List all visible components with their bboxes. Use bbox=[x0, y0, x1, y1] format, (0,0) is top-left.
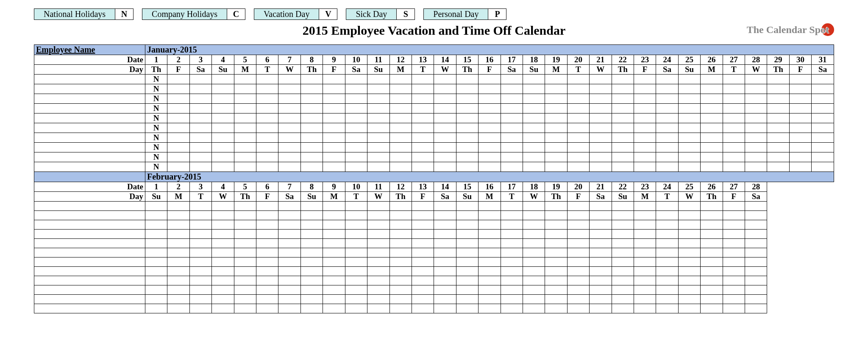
calendar-cell[interactable] bbox=[678, 257, 700, 267]
calendar-cell[interactable] bbox=[634, 257, 656, 267]
calendar-cell[interactable] bbox=[367, 276, 389, 285]
calendar-cell[interactable] bbox=[634, 285, 656, 295]
calendar-cell[interactable] bbox=[701, 304, 723, 313]
calendar-cell[interactable] bbox=[367, 94, 389, 104]
calendar-cell[interactable] bbox=[345, 211, 367, 220]
calendar-cell[interactable] bbox=[590, 202, 612, 211]
calendar-cell[interactable] bbox=[145, 248, 167, 257]
calendar-cell[interactable]: N bbox=[145, 152, 167, 162]
calendar-cell[interactable] bbox=[434, 84, 456, 94]
calendar-cell[interactable] bbox=[167, 152, 189, 162]
calendar-cell[interactable] bbox=[145, 276, 167, 285]
calendar-cell[interactable] bbox=[479, 94, 501, 104]
calendar-cell[interactable] bbox=[256, 202, 278, 211]
calendar-cell[interactable] bbox=[389, 94, 412, 104]
calendar-cell[interactable] bbox=[612, 295, 634, 304]
calendar-cell[interactable] bbox=[634, 304, 656, 313]
calendar-cell[interactable] bbox=[701, 152, 723, 162]
calendar-cell[interactable] bbox=[412, 230, 434, 239]
calendar-cell[interactable] bbox=[567, 230, 589, 239]
calendar-cell[interactable] bbox=[745, 230, 767, 239]
calendar-cell[interactable] bbox=[434, 276, 456, 285]
calendar-cell[interactable] bbox=[767, 84, 789, 94]
calendar-cell[interactable] bbox=[412, 285, 434, 295]
calendar-cell[interactable] bbox=[678, 220, 700, 230]
calendar-cell[interactable] bbox=[701, 202, 723, 211]
calendar-cell[interactable] bbox=[501, 143, 523, 152]
calendar-cell[interactable] bbox=[300, 162, 323, 172]
employee-name-cell[interactable] bbox=[34, 220, 145, 230]
calendar-cell[interactable] bbox=[323, 276, 345, 285]
calendar-cell[interactable] bbox=[701, 285, 723, 295]
calendar-cell[interactable] bbox=[545, 84, 567, 94]
calendar-cell[interactable] bbox=[323, 248, 345, 257]
calendar-cell[interactable] bbox=[256, 295, 278, 304]
calendar-cell[interactable]: N bbox=[145, 104, 167, 113]
calendar-cell[interactable] bbox=[256, 152, 278, 162]
calendar-cell[interactable] bbox=[345, 162, 367, 172]
calendar-cell[interactable] bbox=[634, 211, 656, 220]
calendar-cell[interactable] bbox=[590, 285, 612, 295]
calendar-cell[interactable] bbox=[456, 162, 478, 172]
calendar-cell[interactable] bbox=[323, 94, 345, 104]
calendar-cell[interactable] bbox=[434, 162, 456, 172]
calendar-cell[interactable] bbox=[434, 133, 456, 143]
calendar-cell[interactable] bbox=[634, 230, 656, 239]
calendar-cell[interactable] bbox=[212, 285, 234, 295]
calendar-cell[interactable] bbox=[456, 211, 478, 220]
calendar-cell[interactable] bbox=[234, 248, 256, 257]
calendar-cell[interactable] bbox=[678, 162, 700, 172]
calendar-cell[interactable] bbox=[300, 248, 323, 257]
calendar-cell[interactable] bbox=[212, 239, 234, 248]
calendar-cell[interactable] bbox=[479, 123, 501, 133]
calendar-cell[interactable] bbox=[523, 276, 545, 285]
calendar-cell[interactable] bbox=[656, 304, 678, 313]
calendar-cell[interactable] bbox=[189, 257, 211, 267]
calendar-cell[interactable] bbox=[545, 133, 567, 143]
calendar-cell[interactable] bbox=[300, 285, 323, 295]
employee-name-cell[interactable] bbox=[34, 257, 145, 267]
calendar-cell[interactable] bbox=[479, 267, 501, 276]
calendar-cell[interactable] bbox=[367, 257, 389, 267]
calendar-cell[interactable] bbox=[590, 123, 612, 133]
calendar-cell[interactable] bbox=[456, 295, 478, 304]
employee-name-cell[interactable] bbox=[34, 104, 145, 113]
calendar-cell[interactable] bbox=[412, 152, 434, 162]
calendar-cell[interactable] bbox=[501, 202, 523, 211]
calendar-cell[interactable] bbox=[590, 248, 612, 257]
calendar-cell[interactable] bbox=[789, 152, 811, 162]
calendar-cell[interactable] bbox=[256, 239, 278, 248]
calendar-cell[interactable] bbox=[634, 276, 656, 285]
calendar-cell[interactable] bbox=[479, 133, 501, 143]
calendar-cell[interactable] bbox=[590, 113, 612, 123]
calendar-cell[interactable] bbox=[189, 133, 211, 143]
calendar-cell[interactable] bbox=[167, 162, 189, 172]
calendar-cell[interactable] bbox=[656, 162, 678, 172]
calendar-cell[interactable] bbox=[212, 304, 234, 313]
calendar-cell[interactable] bbox=[434, 304, 456, 313]
calendar-cell[interactable] bbox=[456, 75, 478, 84]
calendar-cell[interactable] bbox=[167, 248, 189, 257]
calendar-cell[interactable] bbox=[745, 220, 767, 230]
calendar-cell[interactable] bbox=[323, 104, 345, 113]
calendar-cell[interactable] bbox=[278, 295, 300, 304]
calendar-cell[interactable] bbox=[545, 220, 567, 230]
calendar-cell[interactable] bbox=[189, 75, 211, 84]
calendar-cell[interactable] bbox=[278, 276, 300, 285]
calendar-cell[interactable] bbox=[389, 133, 412, 143]
calendar-cell[interactable] bbox=[545, 230, 567, 239]
calendar-cell[interactable] bbox=[167, 285, 189, 295]
calendar-cell[interactable] bbox=[345, 152, 367, 162]
calendar-cell[interactable] bbox=[501, 230, 523, 239]
calendar-cell[interactable] bbox=[278, 267, 300, 276]
calendar-cell[interactable] bbox=[300, 84, 323, 94]
calendar-cell[interactable] bbox=[367, 123, 389, 133]
employee-name-cell[interactable] bbox=[34, 123, 145, 133]
calendar-cell[interactable] bbox=[389, 276, 412, 285]
calendar-cell[interactable] bbox=[634, 133, 656, 143]
calendar-cell[interactable] bbox=[567, 239, 589, 248]
calendar-cell[interactable] bbox=[479, 75, 501, 84]
employee-name-cell[interactable] bbox=[34, 162, 145, 172]
calendar-cell[interactable] bbox=[789, 75, 811, 84]
calendar-cell[interactable] bbox=[656, 248, 678, 257]
